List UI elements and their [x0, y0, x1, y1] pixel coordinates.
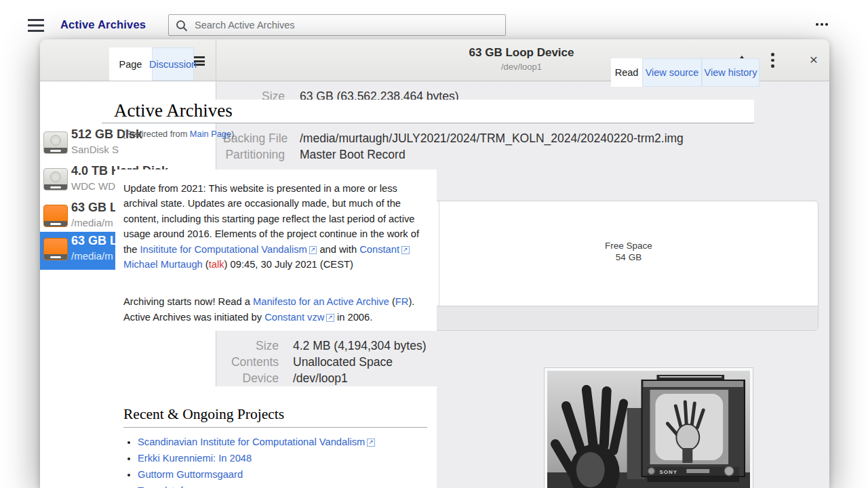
- external-link-icon: ↗: [309, 246, 317, 254]
- wiki-link[interactable]: Constant vzw: [264, 312, 324, 323]
- disk-title: 63 GB L: [71, 234, 117, 248]
- external-link-icon: ↗: [401, 246, 410, 254]
- ellipsis-icon[interactable]: [816, 23, 828, 26]
- main-page-link[interactable]: Main Page: [190, 129, 231, 139]
- intro-text-box: Update from 2021: This website is presen…: [115, 169, 437, 331]
- segment-label: Free Space: [439, 241, 818, 251]
- list-item: Erkki Kurenniemi: In 2048: [138, 453, 427, 464]
- detail-label: Contents: [218, 355, 279, 369]
- wiki-link[interactable]: Constant: [359, 244, 399, 255]
- tab-view-history[interactable]: View history: [702, 58, 760, 87]
- search-box[interactable]: [168, 14, 506, 36]
- detail-value: /media/murtaugh/JULY2021/2024/TRM_KOLN_2…: [300, 131, 684, 146]
- hand-tv-photo: SONY: [547, 371, 750, 488]
- tab-page[interactable]: Page: [109, 47, 152, 81]
- tab-discussion[interactable]: Discussion: [152, 47, 194, 81]
- detail-label: Size: [218, 339, 279, 353]
- loop-device-icon: [43, 205, 68, 227]
- wiki-link[interactable]: talk: [209, 259, 224, 270]
- page-title: Active Archives: [114, 100, 233, 121]
- wiki-link[interactable]: Erkki Kurenniemi: In 2048: [138, 453, 252, 464]
- detail-label: Device: [218, 371, 279, 386]
- segment-size: 54 GB: [439, 252, 818, 262]
- wiki-link[interactable]: Scandinavian Institute for Computational…: [138, 436, 365, 447]
- tab-view-source[interactable]: View source: [642, 58, 702, 87]
- text: ).: [408, 296, 414, 307]
- disk-subtitle: SanDisk S: [71, 144, 119, 155]
- wiki-topbar: Active Archives: [0, 0, 868, 39]
- archiving-paragraph: Archiving starts now! Read a Manifesto f…: [123, 294, 430, 325]
- detail-value: 4.2 MB (4,194,304 bytes): [293, 339, 427, 353]
- detail-value: Master Boot Record: [300, 148, 406, 162]
- disk-subtitle: /media/m: [71, 217, 113, 228]
- text: Active Archives was initiated by: [123, 312, 264, 323]
- hand-tv-photo-thumbnail: SONY: [544, 367, 753, 488]
- text: in 2006.: [334, 312, 372, 323]
- detail-value: Unallocated Space: [293, 355, 393, 369]
- detail-label: Partitioning: [223, 148, 285, 162]
- hamburger-icon[interactable]: [28, 19, 44, 32]
- site-logo[interactable]: Active Archives: [60, 18, 146, 31]
- window-title: 63 GB Loop Device: [352, 46, 691, 60]
- namespace-tabs: Page Discussion: [109, 47, 194, 81]
- wiki-link[interactable]: Toneelstof: [138, 485, 183, 488]
- project-list: Scandinavian Institute for Computational…: [123, 437, 427, 488]
- list-item: Scandinavian Institute for Computational…: [138, 437, 427, 447]
- search-input[interactable]: [169, 15, 505, 35]
- wiki-link[interactable]: Guttorm Guttormsgaard: [138, 469, 243, 480]
- text: (: [203, 259, 209, 270]
- external-link-icon: ↗: [326, 314, 334, 322]
- view-tabs: Read View source View history: [611, 58, 760, 87]
- page-heading-band: Active Archives: [102, 100, 754, 123]
- text: (: [389, 296, 395, 307]
- wiki-link[interactable]: FR: [395, 296, 409, 307]
- hard-disk-icon: [43, 131, 68, 154]
- loop-device-icon: [43, 238, 68, 260]
- screen: Active Archives 63 GB Loop Device /dev/l…: [0, 0, 868, 488]
- detail-value: /dev/loop1: [293, 371, 348, 386]
- wiki-link[interactable]: Insititute for Computational Vandalism: [140, 244, 307, 255]
- external-link-icon: ↗: [367, 439, 375, 447]
- disk-subtitle: /media/m: [71, 250, 113, 262]
- wiki-link[interactable]: Manifesto for an Active Archive: [253, 296, 389, 307]
- tab-read[interactable]: Read: [611, 58, 642, 87]
- section-heading: Recent & Ongoing Projects: [123, 406, 427, 428]
- redirect-note: (Redirected from Main Page): [123, 129, 234, 139]
- text: ) 09:45, 30 July 2021 (CEST): [224, 259, 353, 270]
- free-space-segment[interactable]: Free Space 54 GB: [439, 201, 818, 306]
- text: Archiving starts now! Read a: [123, 296, 253, 307]
- close-icon[interactable]: ×: [805, 50, 823, 69]
- recent-projects-section: Recent & Ongoing Projects Scandinavian I…: [115, 386, 437, 488]
- intro-paragraph: Update from 2021: This website is presen…: [123, 181, 430, 272]
- hard-disk-icon: [43, 168, 68, 190]
- wiki-link[interactable]: Michael Murtaugh: [123, 259, 203, 270]
- kebab-menu-icon[interactable]: [771, 53, 774, 70]
- list-item: Guttorm Guttormsgaard: [138, 470, 427, 480]
- text: and with: [317, 244, 359, 255]
- svg-text:SONY: SONY: [659, 469, 677, 475]
